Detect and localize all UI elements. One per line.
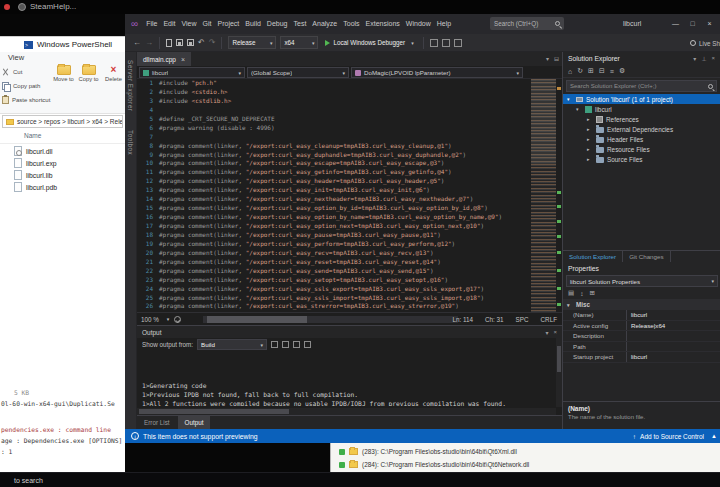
close-button[interactable]: × <box>701 14 718 34</box>
menu-item[interactable]: Build <box>242 14 264 34</box>
property-row[interactable]: Startup project libcurl <box>563 352 720 363</box>
ribbon-tab-view[interactable]: View <box>8 53 24 62</box>
window-list-icon[interactable]: ⊟ <box>554 52 559 66</box>
navigate-back-icon[interactable]: ← <box>133 39 141 47</box>
save-icon[interactable] <box>176 39 183 46</box>
chevron-collapsed-icon[interactable]: ▸ <box>587 126 593 132</box>
chevron-collapsed-icon[interactable]: ▸ <box>587 136 593 142</box>
tree-item-source-files[interactable]: ▸ Source Files <box>563 154 720 164</box>
column-indicator[interactable]: Ch: 31 <box>485 316 504 323</box>
chevron-collapsed-icon[interactable]: ▸ <box>587 156 593 162</box>
toolbar-icon[interactable] <box>442 39 450 47</box>
quick-search-input[interactable]: Search (Ctrl+Q) <box>490 17 564 30</box>
chevron-down-icon[interactable]: ▾ <box>546 52 549 66</box>
menu-item[interactable]: Edit <box>160 14 178 34</box>
property-row[interactable]: Active config Release|x64 <box>563 321 720 332</box>
eol-indicator[interactable]: CRLF <box>541 316 557 323</box>
solution-explorer-header[interactable]: Solution Explorer ▾ ⊥ × <box>563 52 720 65</box>
menu-item[interactable]: View <box>178 14 199 34</box>
indent-indicator[interactable]: SPC <box>516 316 529 323</box>
minimize-button[interactable]: — <box>667 14 684 34</box>
menu-item[interactable]: Window <box>403 14 434 34</box>
chevron-collapsed-icon[interactable]: ▸ <box>587 146 593 152</box>
menu-item[interactable]: Git <box>200 14 215 34</box>
horizontal-scrollbar[interactable] <box>203 316 458 323</box>
tree-item-project-libcurl[interactable]: ▾ libcurl <box>563 104 720 114</box>
properties-icon[interactable]: ⚙ <box>619 67 625 75</box>
refresh-icon[interactable]: ↻ <box>577 67 583 75</box>
chevron-down-icon[interactable]: ▾ <box>545 329 548 336</box>
undo-icon[interactable]: ↶ <box>198 39 205 47</box>
menu-item[interactable]: Project <box>214 14 242 34</box>
toolbar-icon[interactable] <box>454 39 462 47</box>
scrollbar-thumb[interactable] <box>557 346 561 372</box>
file-row[interactable]: libcurl.dll <box>0 145 125 157</box>
property-row[interactable]: (Name) libcurl <box>563 310 720 321</box>
menu-item[interactable]: Debug <box>264 14 291 34</box>
dependency-row[interactable]: (284): C:\Program Files\obs-studio\bin\6… <box>331 458 720 471</box>
property-row[interactable]: Path <box>563 342 720 353</box>
property-category-misc[interactable]: ▾ Misc <box>563 299 720 310</box>
collapse-all-icon[interactable]: ⊟ <box>599 67 605 75</box>
menu-item[interactable]: Extensions <box>363 14 403 34</box>
tab-git-changes[interactable]: Git Changes <box>623 251 670 262</box>
tree-item-resource-files[interactable]: ▸ Resource Files <box>563 144 720 154</box>
chevron-expanded-icon[interactable]: ▾ <box>576 106 582 112</box>
solution-explorer-search-input[interactable]: Search Solution Explorer (Ctrl+;) <box>566 80 717 92</box>
output-toolbar-icon[interactable] <box>282 341 289 348</box>
output-log[interactable]: 1>Generating code1>Previous IPDB not fou… <box>142 353 552 406</box>
minimap-viewport[interactable] <box>531 79 556 164</box>
menu-item[interactable]: File <box>143 14 160 34</box>
maximize-button[interactable]: □ <box>684 14 701 34</box>
tree-item-external-dependencies[interactable]: ▸ External Dependencies <box>563 124 720 134</box>
file-row[interactable]: libcurl.exp <box>0 157 125 169</box>
properties-object-select[interactable]: libcurl Solution Properties ▾ <box>566 275 718 287</box>
copy-path-button[interactable]: Copy path <box>2 82 40 90</box>
scope-dropdown[interactable]: (Global Scope) ▾ <box>247 67 349 78</box>
save-all-icon[interactable] <box>187 39 194 46</box>
expand-all-icon[interactable]: ⊞ <box>588 67 594 75</box>
new-file-icon[interactable] <box>166 39 172 47</box>
live-share-button[interactable]: Live Sh <box>690 34 720 52</box>
code-editor[interactable]: 1#include "pch.h" 2#include <cstdio.h> 3… <box>137 79 562 312</box>
project-dropdown[interactable]: libcurl ▾ <box>139 67 245 78</box>
property-pages-icon[interactable]: ⊞ <box>589 289 594 297</box>
dependency-row[interactable]: (283): C:\Program Files\obs-studio\bin\6… <box>331 445 720 458</box>
alphabetical-icon[interactable]: ↕ <box>580 290 583 297</box>
paste-shortcut-button[interactable]: Paste shortcut <box>2 96 50 104</box>
home-icon[interactable]: ⌂ <box>568 68 572 75</box>
show-all-files-icon[interactable]: ≡ <box>610 68 614 75</box>
add-to-source-control-button[interactable]: ↑ Add to Source Control <box>633 429 704 443</box>
chevron-down-icon[interactable]: ▾ <box>693 55 696 62</box>
output-panel-header[interactable]: Output ▾ × <box>137 326 562 338</box>
zoom-level[interactable]: 100 % <box>141 316 159 323</box>
menu-item[interactable]: Help <box>434 14 454 34</box>
solution-configuration-select[interactable]: Release▾ <box>228 36 276 49</box>
minimap[interactable] <box>531 79 556 312</box>
move-to-button[interactable]: Move to <box>52 65 75 82</box>
menu-item[interactable]: Test <box>291 14 310 34</box>
word-wrap-icon[interactable] <box>304 341 311 348</box>
property-row[interactable]: Description <box>563 331 720 342</box>
scrollbar-thumb[interactable] <box>207 316 307 323</box>
document-health-icon[interactable] <box>174 316 181 323</box>
solution-platform-select[interactable]: x64▾ <box>280 36 318 49</box>
file-row[interactable]: libcurl.pdb <box>0 181 125 193</box>
scrollbar-thumb[interactable] <box>139 409 289 414</box>
toolbar-icon[interactable] <box>430 39 438 47</box>
copy-to-button[interactable]: Copy to <box>77 65 100 82</box>
taskbar-search-box[interactable]: to search <box>14 477 43 484</box>
column-header-name[interactable]: Name <box>24 132 41 139</box>
menu-item[interactable]: Tools <box>340 14 362 34</box>
redo-icon[interactable]: ↷ <box>209 39 216 47</box>
file-row[interactable]: libcurl.lib <box>0 169 125 181</box>
address-bar[interactable]: source > repos > libcurl > x64 > Rele <box>2 115 123 128</box>
tab-error-list[interactable]: Error List <box>137 416 177 429</box>
tab-toolbox[interactable]: Toolbox <box>127 130 134 155</box>
navigate-forward-icon[interactable]: → <box>145 39 153 47</box>
expand-status-icon[interactable]: ▲ <box>711 429 717 443</box>
output-toolbar-icon[interactable] <box>271 341 278 348</box>
categorized-icon[interactable]: ▤ <box>568 289 574 297</box>
tab-solution-explorer[interactable]: Solution Explorer <box>563 251 623 262</box>
member-dropdown[interactable]: DoMagic(LPVOID lpParameter) ▾ <box>351 67 523 78</box>
